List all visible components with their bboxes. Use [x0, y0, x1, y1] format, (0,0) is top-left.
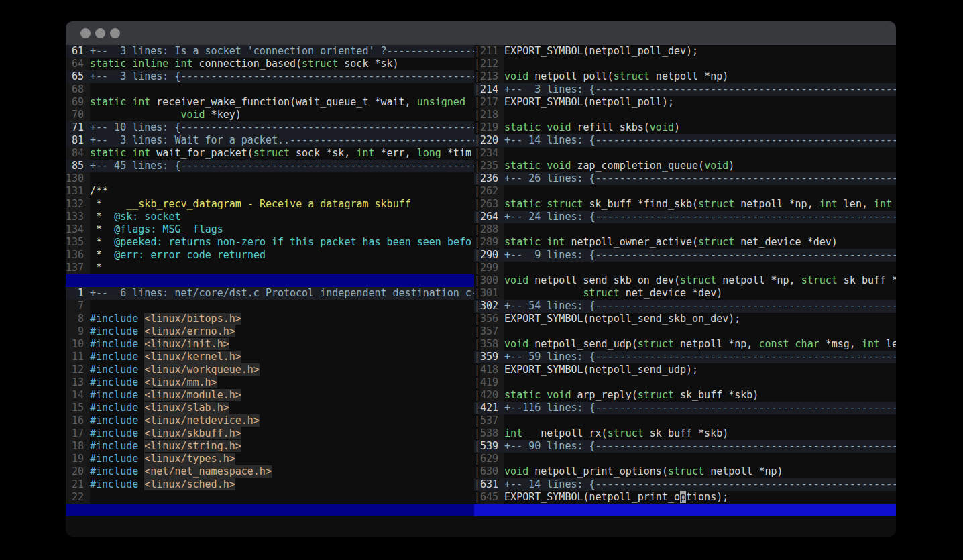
- folded-code-line[interactable]: |539+-- 90 lines: {---------------------…: [474, 440, 896, 453]
- folded-code-line[interactable]: 61+-- 3 lines: Is a socket 'connection o…: [66, 45, 474, 58]
- folded-code-line[interactable]: |359+-- 59 lines: {---------------------…: [474, 351, 896, 363]
- code-line[interactable]: |300void netpoll_send_skb_on_dev(struct …: [474, 274, 896, 287]
- code-line[interactable]: |235static void zap_completion_queue(voi…: [474, 160, 896, 172]
- code-line[interactable]: 21#include <linux/sched.h>: [66, 478, 474, 491]
- code-line[interactable]: 69static int receiver_wake_function(wait…: [66, 96, 474, 109]
- code-line[interactable]: 20#include <net/net_namespace.h>: [66, 465, 474, 478]
- code-line[interactable]: 84static int wait_for_packet(struct sock…: [66, 147, 474, 160]
- line-number: |537: [474, 414, 504, 427]
- code-line[interactable]: |629: [474, 453, 896, 465]
- editor-pane-dst[interactable]: 1+-- 6 lines: net/core/dst.c Protocol in…: [66, 287, 474, 504]
- code-line[interactable]: |356EXPORT_SYMBOL(netpoll_send_skb_on_de…: [474, 313, 896, 325]
- code-line[interactable]: 14#include <linux/module.h>: [66, 389, 474, 402]
- code-token: struct: [608, 427, 644, 439]
- folded-code-line[interactable]: 65+-- 3 lines: {------------------------…: [66, 70, 474, 83]
- code-line[interactable]: 135 * @peeked: returns non-zero if this …: [66, 236, 474, 249]
- code-line[interactable]: |288: [474, 223, 896, 236]
- code-line[interactable]: |213void netpoll_poll(struct netpoll *np…: [474, 70, 896, 83]
- folded-code-line[interactable]: 81+-- 3 lines: Wait for a packet..------…: [66, 134, 474, 147]
- code-token: <linux/errno.h>: [144, 325, 235, 337]
- code-line[interactable]: 19#include <linux/types.h>: [66, 453, 474, 465]
- code-token: [126, 58, 132, 70]
- code-line[interactable]: 9#include <linux/errno.h>: [66, 325, 474, 338]
- code-line[interactable]: 16#include <linux/netdevice.h>: [66, 414, 474, 427]
- code-line[interactable]: 18#include <linux/string.h>: [66, 440, 474, 453]
- line-number: |234: [474, 147, 504, 160]
- pane-separator: |: [474, 325, 480, 338]
- code-line[interactable]: |211EXPORT_SYMBOL(netpoll_poll_dev);: [474, 45, 896, 58]
- code-line[interactable]: 17#include <linux/skbuff.h>: [66, 427, 474, 440]
- window-titlebar[interactable]: [66, 21, 896, 45]
- code-line[interactable]: |217EXPORT_SYMBOL(netpoll_poll);: [474, 96, 896, 109]
- window-control-icon[interactable]: [110, 28, 120, 38]
- code-line[interactable]: 132 * __skb_recv_datagram - Receive a da…: [66, 198, 474, 211]
- code-line[interactable]: 64static inline int connection_based(str…: [66, 58, 474, 70]
- code-text: +-- 14 lines: {-------------------------…: [504, 478, 896, 491]
- editor-pane-netpoll[interactable]: |211EXPORT_SYMBOL(netpoll_poll_dev);|212…: [474, 45, 896, 504]
- window-control-icon[interactable]: [95, 28, 105, 38]
- code-line[interactable]: 134 * @flags: MSG_ flags: [66, 223, 474, 236]
- code-line[interactable]: 10#include <linux/init.h>: [66, 338, 474, 351]
- line-number: 135: [66, 236, 90, 249]
- code-line[interactable]: |301 struct net_device *dev): [474, 287, 896, 300]
- code-line[interactable]: 12#include <linux/workqueue.h>: [66, 363, 474, 376]
- code-line[interactable]: |263static struct sk_buff *find_skb(stru…: [474, 198, 896, 211]
- code-line[interactable]: |219static void refill_skbs(void): [474, 121, 896, 134]
- folded-code-line[interactable]: 85+-- 45 lines: {-----------------------…: [66, 160, 474, 172]
- code-token: #include: [90, 389, 138, 401]
- code-line[interactable]: 13#include <linux/mm.h>: [66, 376, 474, 389]
- code-line[interactable]: |299: [474, 262, 896, 274]
- code-line[interactable]: 70 void *key): [66, 109, 474, 121]
- code-token: le: [880, 338, 896, 350]
- code-line[interactable]: |419: [474, 376, 896, 389]
- folded-code-line[interactable]: |290+-- 9 lines: {----------------------…: [474, 249, 896, 262]
- folded-code-line[interactable]: |302+-- 54 lines: {---------------------…: [474, 300, 896, 313]
- code-line[interactable]: |420static void arp_reply(struct sk_buff…: [474, 389, 896, 402]
- code-text: #include <linux/bitops.h>: [90, 313, 474, 325]
- code-line[interactable]: 136 * @err: error code returned: [66, 249, 474, 262]
- code-line[interactable]: |218: [474, 109, 896, 121]
- folded-code-line[interactable]: 1+-- 6 lines: net/core/dst.c Protocol in…: [66, 287, 474, 300]
- code-line[interactable]: |418EXPORT_SYMBOL(netpoll_send_udp);: [474, 363, 896, 376]
- code-text: static inline int connection_based(struc…: [90, 58, 474, 70]
- code-text: EXPORT_SYMBOL(netpoll_poll);: [504, 96, 896, 109]
- code-line[interactable]: |645EXPORT_SYMBOL(netpoll_print_options)…: [474, 491, 896, 504]
- code-text: #include <linux/slab.h>: [90, 402, 474, 414]
- folded-code-line[interactable]: |214+-- 3 lines: {----------------------…: [474, 83, 896, 96]
- code-line[interactable]: |289static int netpoll_owner_active(stru…: [474, 236, 896, 249]
- code-line[interactable]: 131/**: [66, 185, 474, 198]
- code-line[interactable]: 133 * @sk: socket: [66, 211, 474, 223]
- folded-code-line[interactable]: |264+-- 24 lines: {---------------------…: [474, 211, 896, 223]
- folded-code-line[interactable]: |421+--116 lines: {---------------------…: [474, 402, 896, 414]
- code-line[interactable]: |212: [474, 58, 896, 70]
- code-token: void: [650, 121, 674, 133]
- code-line[interactable]: |537: [474, 414, 896, 427]
- folded-code-line[interactable]: |631+-- 14 lines: {---------------------…: [474, 478, 896, 491]
- code-text: [504, 223, 896, 236]
- code-line[interactable]: 8#include <linux/bitops.h>: [66, 313, 474, 325]
- code-line[interactable]: |357: [474, 325, 896, 338]
- code-line[interactable]: 68: [66, 83, 474, 96]
- folded-code-line[interactable]: |220+-- 14 lines: {---------------------…: [474, 134, 896, 147]
- window-control-icon[interactable]: [80, 28, 91, 38]
- code-line[interactable]: |538int __netpoll_rx(struct sk_buff *skb…: [474, 427, 896, 440]
- code-token: +--116 lines: {: [504, 402, 595, 414]
- code-line[interactable]: 130: [66, 172, 474, 185]
- code-line[interactable]: |234: [474, 147, 896, 160]
- code-line[interactable]: |358void netpoll_send_udp(struct netpoll…: [474, 338, 896, 351]
- code-line[interactable]: |262: [474, 185, 896, 198]
- code-token: +-- 14 lines: {: [504, 478, 595, 490]
- line-number: |220: [474, 134, 504, 147]
- code-line[interactable]: |630void netpoll_print_options(struct ne…: [474, 465, 896, 478]
- code-token: #include: [90, 376, 138, 388]
- code-line[interactable]: 15#include <linux/slab.h>: [66, 402, 474, 414]
- pane-separator: |: [474, 109, 480, 121]
- code-line[interactable]: 137 *: [66, 262, 474, 274]
- code-line[interactable]: 22: [66, 491, 474, 504]
- code-token: static: [90, 147, 126, 159]
- code-line[interactable]: 7: [66, 300, 474, 313]
- code-line[interactable]: 11#include <linux/kernel.h>: [66, 351, 474, 363]
- folded-code-line[interactable]: |236+-- 26 lines: {---------------------…: [474, 172, 896, 185]
- folded-code-line[interactable]: 71+-- 10 lines: {-----------------------…: [66, 121, 474, 134]
- editor-pane-datagram[interactable]: 61+-- 3 lines: Is a socket 'connection o…: [66, 45, 474, 274]
